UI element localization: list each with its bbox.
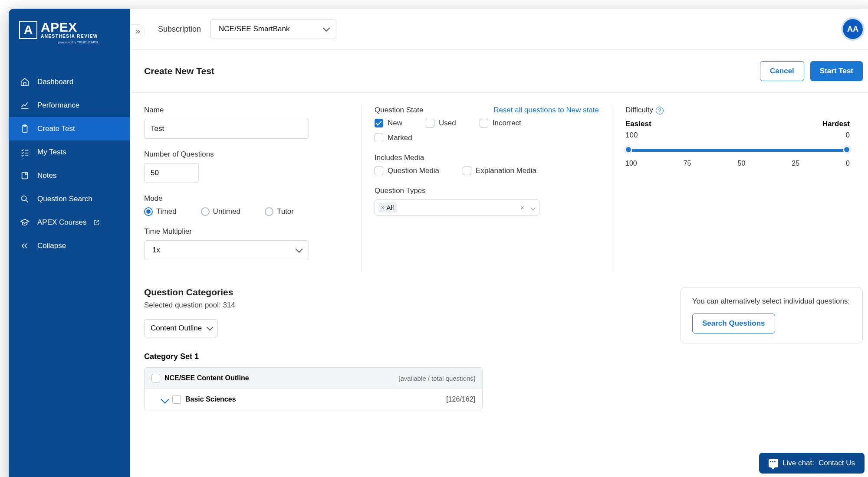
alt-text: You can alternatively select individual … [692, 297, 851, 306]
media-check-question[interactable]: Question Media [375, 167, 439, 175]
alt-box: You can alternatively select individual … [681, 287, 863, 343]
cat-box: NCE/SEE Content Outline [available / tot… [144, 367, 483, 410]
qtypes-input[interactable]: ×All × [375, 199, 539, 216]
avatar-initials: AA [847, 25, 858, 34]
checkbox-icon[interactable] [172, 395, 181, 404]
brand-name: APEX [41, 21, 98, 34]
chevron-double-left-icon [20, 241, 30, 251]
sidebar-item-label: My Tests [37, 148, 66, 157]
sidebar-item-label: Notes [37, 171, 56, 180]
sidebar-item-label: Question Search [37, 195, 92, 203]
sidebar-item-create-test[interactable]: Create Test [9, 117, 130, 140]
qstate-check-incorrect[interactable]: Incorrect [480, 119, 521, 127]
qstate-check-new[interactable]: New [375, 119, 402, 127]
tag-remove-icon[interactable]: × [381, 204, 385, 211]
catset-title: Category Set 1 [144, 352, 483, 361]
chevron-down-icon[interactable] [161, 395, 169, 404]
page-header: Create New Test Cancel Start Test [130, 50, 868, 93]
sidebar-item-dashboard[interactable]: Dashboard [9, 70, 130, 94]
radio-label: Untimed [213, 207, 240, 216]
sidebar-item-my-tests[interactable]: My Tests [9, 140, 130, 164]
clear-icon[interactable]: × [520, 204, 524, 211]
sidebar-toggle[interactable] [130, 24, 145, 39]
check-label: Marked [388, 134, 412, 142]
external-link-icon [92, 218, 101, 227]
avatar[interactable]: AA [841, 17, 865, 41]
start-test-button[interactable]: Start Test [810, 61, 863, 81]
cat-row-count: [126/162] [446, 395, 475, 403]
checkbox-icon [463, 167, 471, 175]
search-questions-button[interactable]: Search Questions [692, 314, 775, 333]
brand-powered: powered by TRUELEARN [41, 40, 98, 44]
mode-radio-tutor[interactable]: Tutor [265, 207, 294, 216]
reset-link[interactable]: Reset all questions to New state [493, 106, 599, 114]
topbar: Subscription NCE/SEE SmartBank AA [130, 9, 868, 50]
mode-radio-untimed[interactable]: Untimed [201, 207, 240, 216]
sidebar-item-performance[interactable]: Performance [9, 94, 130, 117]
sidebar-item-label: Performance [37, 101, 79, 110]
cat-header: NCE/SEE Content Outline [available / tot… [145, 368, 482, 389]
cat-row[interactable]: Basic Sciences [126/162] [145, 389, 482, 410]
outline-meta: [available / total questions] [398, 375, 475, 382]
clipboard-icon [20, 124, 30, 134]
subscription-select[interactable]: NCE/SEE SmartBank [210, 19, 336, 39]
outline-name: NCE/SEE Content Outline [164, 374, 249, 382]
contact-label: Live chat: [783, 459, 814, 467]
sidebar-item-label: APEX Courses [37, 218, 86, 227]
check-label: New [388, 119, 402, 127]
check-label: Used [439, 119, 456, 127]
mode-label: Mode [144, 194, 348, 203]
time-mult-select[interactable]: 1x [144, 240, 309, 260]
brand-logo: A APEX ANESTHESIA REVIEW powered by TRUE… [9, 9, 130, 53]
mode-radio-timed[interactable]: Timed [144, 207, 177, 216]
difficulty-label: Difficulty? [625, 106, 850, 114]
help-icon[interactable]: ? [656, 107, 664, 114]
chat-icon [769, 459, 778, 467]
home-icon [20, 77, 30, 87]
subscription-value: NCE/SEE SmartBank [219, 25, 289, 33]
main: Subscription NCE/SEE SmartBank AA Create… [130, 9, 868, 477]
chart-line-icon [20, 101, 30, 110]
sidebar: A APEX ANESTHESIA REVIEW powered by TRUE… [9, 9, 130, 477]
qc-dropdown[interactable]: Content Outline [144, 319, 218, 337]
list-check-icon [20, 147, 30, 157]
checkbox-icon [375, 119, 383, 127]
sidebar-item-notes[interactable]: Notes [9, 164, 130, 187]
radio-icon [144, 207, 153, 216]
qc-dropdown-label: Content Outline [151, 324, 202, 333]
time-mult-value: 1x [152, 246, 160, 254]
checkbox-icon[interactable] [151, 374, 160, 382]
qstate-check-marked[interactable]: Marked [375, 134, 599, 142]
numq-input[interactable] [144, 163, 199, 183]
diff-hardest: Hardest [822, 120, 850, 128]
tick: 0 [846, 160, 850, 167]
difficulty-slider[interactable] [625, 145, 850, 155]
cancel-button[interactable]: Cancel [760, 61, 804, 81]
qc-left: Question Categories Selected question po… [144, 287, 663, 410]
sidebar-item-question-search[interactable]: Question Search [9, 187, 130, 211]
radio-label: Tutor [277, 207, 294, 216]
logo-mark-icon: A [19, 21, 37, 39]
checkbox-icon [375, 134, 383, 142]
qtypes-tag[interactable]: ×All [378, 203, 397, 212]
qstate-check-used[interactable]: Used [426, 119, 456, 127]
page-title: Create New Test [144, 66, 214, 76]
name-input[interactable] [144, 119, 309, 139]
sidebar-item-apex-courses[interactable]: APEX Courses [9, 211, 130, 234]
subscription-label: Subscription [158, 25, 201, 34]
slider-thumb-right[interactable] [843, 146, 851, 154]
tick: 50 [738, 160, 746, 167]
sidebar-item-label: Collapse [37, 242, 66, 250]
slider-thumb-left[interactable] [625, 146, 632, 154]
tick: 25 [792, 160, 799, 167]
nav: Dashboard Performance Create Test My Tes… [9, 70, 130, 258]
media-check-explanation[interactable]: Explanation Media [463, 167, 536, 175]
diff-high: 0 [846, 131, 850, 140]
contact-button[interactable]: Live chat: Contact Us [759, 453, 865, 474]
col-right: Difficulty? Easiest Hardest 100 0 [612, 106, 863, 271]
time-mult-label: Time Multiplier [144, 227, 348, 236]
numq-label: Number of Questions [144, 150, 348, 159]
sidebar-item-collapse[interactable]: Collapse [9, 234, 130, 258]
brand-sub: ANESTHESIA REVIEW [41, 34, 98, 39]
chevron-double-right-icon [134, 28, 141, 35]
